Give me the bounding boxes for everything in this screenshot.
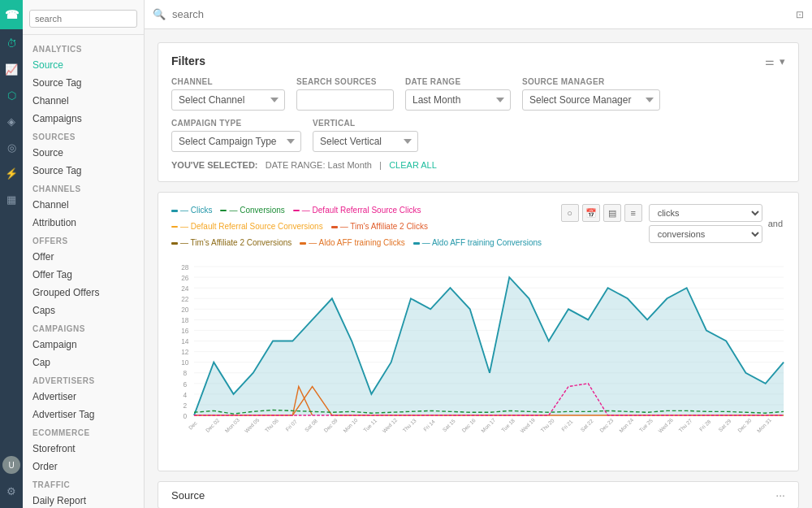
source-manager-select[interactable]: Select Source Manager [522, 89, 660, 111]
nav-icon-settings[interactable]: ⚙ [0, 479, 23, 503]
metric2-select[interactable]: conversions clicks impressions revenue [649, 225, 762, 243]
filters-title: Filters [171, 54, 205, 67]
nav-icon-chart[interactable]: 📈 [0, 57, 23, 81]
svg-text:20: 20 [181, 306, 189, 314]
nav-icon-grid[interactable]: ▦ [0, 187, 23, 211]
legend-dot [171, 226, 178, 228]
nav-icon-bell[interactable]: ◎ [0, 135, 23, 159]
legend-label: — Aldo AFF training Conversions [422, 237, 542, 250]
nav-icon-clock[interactable]: ⏱ [0, 31, 23, 55]
legend-dot [413, 242, 420, 245]
user-avatar: U [2, 456, 20, 474]
sidebar-section-header-campaigns: CAMPAIGNS [23, 319, 144, 336]
chart-calendar-btn[interactable]: 📅 [582, 204, 600, 222]
sidebar-item-source[interactable]: Source [23, 144, 144, 162]
date-range-label: DATE RANGE [405, 77, 511, 86]
sidebar-item-caps[interactable]: Caps [23, 302, 144, 319]
metric1-select[interactable]: clicks conversions impressions revenue [649, 204, 762, 222]
and-label: and [766, 219, 785, 228]
channel-select[interactable]: Select Channel [171, 89, 285, 111]
svg-text:Dec 16: Dec 16 [460, 417, 477, 433]
search-sources-input[interactable] [296, 89, 394, 111]
vertical-label: Vertical [313, 119, 418, 128]
nav-icon-tag[interactable]: ◈ [0, 109, 23, 133]
filters-header: Filters ⚌ ▾ [171, 54, 785, 67]
nav-icon-analytics[interactable]: ⬡ [0, 83, 23, 107]
svg-text:Tue 18: Tue 18 [500, 417, 516, 432]
svg-text:Mon 24: Mon 24 [618, 417, 635, 434]
topbar: 🔍 ⊡ [145, 0, 812, 29]
sidebar-item-attribution[interactable]: Attribution [23, 214, 144, 232]
chart-circle-btn[interactable]: ○ [561, 204, 579, 222]
search-icon: 🔍 [153, 8, 166, 20]
sidebar-item-source-tag[interactable]: Source Tag [23, 162, 144, 180]
date-range-filter-group: DATE RANGE Last Month This Month Last 7 … [405, 77, 511, 111]
svg-text:Sat 08: Sat 08 [304, 418, 319, 433]
chart-table-btn[interactable]: ▤ [603, 204, 621, 222]
sidebar-item-offer-tag[interactable]: Offer Tag [23, 266, 144, 284]
sidebar-item-channel[interactable]: Channel [23, 196, 144, 214]
date-range-display-label: DATE RANGE: [266, 160, 326, 170]
campaign-type-filter-group: Campaign Type Select Campaign Type [171, 119, 301, 152]
channel-filter-group: Channel Select Channel [171, 77, 285, 111]
sidebar-item-channel[interactable]: Channel [23, 92, 144, 110]
sidebar-search-input[interactable] [29, 10, 137, 28]
sidebar-section-header-advertisers: ADVERTISERS [23, 371, 144, 388]
svg-text:Dec: Dec [188, 419, 199, 431]
svg-text:Wed 19: Wed 19 [519, 417, 536, 434]
sidebar-item-storefront[interactable]: Storefront [23, 440, 144, 458]
sidebar-item-grouped-offers[interactable]: Grouped Offers [23, 284, 144, 302]
clear-all-button[interactable]: CLEAR ALL [389, 160, 437, 170]
sidebar-item-cap[interactable]: Cap [23, 354, 144, 371]
topbar-search-input[interactable] [172, 8, 796, 20]
date-range-select[interactable]: Last Month This Month Last 7 Days Custom [405, 89, 511, 111]
you-selected-label: YOU'VE SELECTED: [171, 160, 258, 170]
source-more-button[interactable]: ··· [775, 488, 785, 501]
sidebar-section-header-analytics: ANALYTICS [23, 40, 144, 56]
svg-text:4: 4 [183, 391, 187, 399]
sidebar-item-advertiser[interactable]: Advertiser [23, 388, 144, 406]
metric-selects-group: clicks conversions impressions revenue c… [649, 204, 762, 243]
filter-settings-icon[interactable]: ⚌ [765, 55, 775, 67]
content-area: Filters ⚌ ▾ Channel Select Channel Searc… [145, 29, 812, 508]
filter-expand-icon[interactable]: ▾ [780, 55, 785, 67]
campaign-type-label: Campaign Type [171, 119, 301, 128]
legend-item-tim's-affiliate-2-clicks: — Tim's Affiliate 2 Clicks [331, 220, 428, 233]
sidebar-item-advertiser-tag[interactable]: Advertiser Tag [23, 406, 144, 423]
source-manager-label: Source Manager [522, 77, 660, 86]
sidebar-item-order[interactable]: Order [23, 458, 144, 475]
nav-icon-user[interactable]: U [0, 453, 23, 477]
vertical-select[interactable]: Select Vertical [313, 131, 418, 152]
svg-text:Dec 02: Dec 02 [205, 417, 221, 433]
topbar-window-icon[interactable]: ⊡ [796, 9, 804, 20]
legend-label: — Aldo AFF training Clicks [309, 237, 404, 250]
svg-text:8: 8 [183, 369, 187, 377]
sidebar-item-campaigns[interactable]: Campaigns [23, 110, 144, 128]
sidebar-item-daily-report[interactable]: Daily Report [23, 492, 144, 508]
vertical-filter-group: Vertical Select Vertical [313, 119, 418, 152]
campaign-type-select[interactable]: Select Campaign Type [171, 131, 301, 152]
chart-legend: — Clicks— Conversions— Default Referral … [171, 204, 555, 250]
sidebar-item-source-tag[interactable]: Source Tag [23, 74, 144, 92]
svg-text:Wed 12: Wed 12 [382, 417, 399, 434]
svg-text:12: 12 [181, 348, 189, 356]
nav-icon-lightning[interactable]: ⚡ [0, 161, 23, 185]
svg-text:Sat 15: Sat 15 [442, 418, 457, 433]
chart-list-btn[interactable]: ≡ [624, 204, 642, 222]
date-range-display-value: Last Month [328, 160, 372, 170]
sidebar-item-source[interactable]: Source [23, 56, 144, 74]
svg-text:18: 18 [181, 316, 189, 324]
sidebar-item-offer[interactable]: Offer [23, 248, 144, 266]
sidebar-item-campaign[interactable]: Campaign [23, 336, 144, 354]
svg-text:Fri 14: Fri 14 [422, 419, 436, 432]
chart-panel: — Clicks— Conversions— Default Referral … [158, 192, 799, 471]
legend-dot [171, 242, 178, 245]
svg-text:Fri 07: Fri 07 [284, 419, 298, 432]
sidebar-section-header-channels: CHANNELS [23, 180, 144, 196]
legend-label: — Tim's Affiliate 2 Conversions [180, 237, 292, 250]
svg-text:14: 14 [181, 337, 189, 345]
svg-text:Wed 26: Wed 26 [657, 417, 674, 434]
chart-toolbar: — Clicks— Conversions— Default Referral … [171, 204, 785, 250]
source-label: Source [171, 489, 205, 501]
svg-text:Fri 28: Fri 28 [698, 419, 712, 432]
